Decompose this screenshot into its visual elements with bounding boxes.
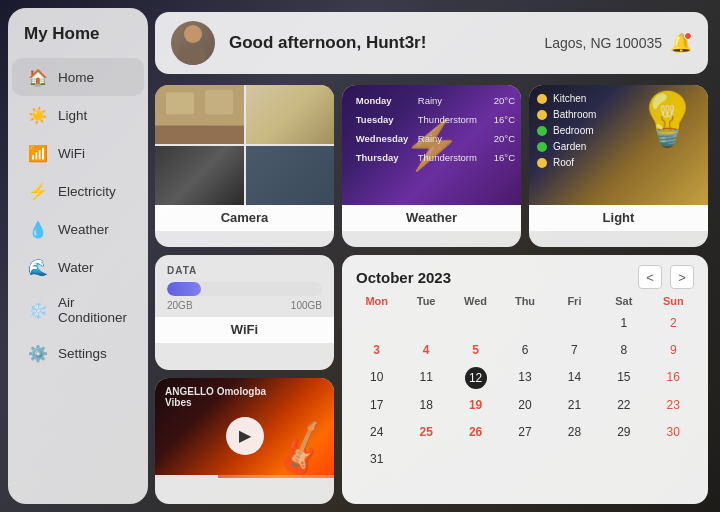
cal-day-26[interactable]: 26 bbox=[451, 420, 500, 445]
cal-day-6[interactable]: 6 bbox=[500, 338, 549, 363]
garden-dot bbox=[537, 142, 547, 152]
cal-empty bbox=[550, 311, 599, 336]
sidebar-label-electricity: Electricity bbox=[58, 184, 116, 199]
cal-day-22[interactable]: 22 bbox=[599, 393, 648, 418]
day-sun: Sun bbox=[649, 295, 698, 307]
light-room-garden[interactable]: Garden bbox=[537, 141, 596, 152]
main-content: Camera ⚡ MondayRainy20°C TuesdayThunders… bbox=[155, 85, 708, 504]
sidebar-item-light[interactable]: ☀️ Light bbox=[12, 96, 144, 134]
notification-bell[interactable]: 🔔 bbox=[670, 32, 692, 54]
data-used: 20GB bbox=[167, 300, 193, 311]
cal-day-13[interactable]: 13 bbox=[500, 365, 549, 391]
sidebar-label-light: Light bbox=[58, 108, 87, 123]
cal-day-8[interactable]: 8 bbox=[599, 338, 648, 363]
cal-day-20[interactable]: 20 bbox=[500, 393, 549, 418]
cal-day-27[interactable]: 27 bbox=[500, 420, 549, 445]
sidebar-item-ac[interactable]: ❄️ Air Conditioner bbox=[12, 286, 144, 334]
location-text: Lagos, NG 100035 🔔 bbox=[544, 32, 692, 54]
kitchen-dot bbox=[537, 94, 547, 104]
sidebar-item-wifi[interactable]: 📶 WiFi bbox=[12, 134, 144, 172]
light-room-bedroom[interactable]: Bedroom bbox=[537, 125, 596, 136]
calendar-title: October 2023 bbox=[356, 269, 451, 286]
guitar-icon: 🎸 bbox=[269, 417, 334, 481]
settings-icon: ⚙️ bbox=[28, 343, 48, 363]
music-track-title: ANGELLO Omologba Vibes bbox=[165, 386, 274, 408]
sidebar-label-water: Water bbox=[58, 260, 94, 275]
sidebar-item-electricity[interactable]: ⚡ Electricity bbox=[12, 172, 144, 210]
data-total: 100GB bbox=[291, 300, 322, 311]
cal-day-17[interactable]: 17 bbox=[352, 393, 401, 418]
cal-day-5[interactable]: 5 bbox=[451, 338, 500, 363]
camera-thumb-2[interactable] bbox=[246, 85, 335, 144]
cal-day-10[interactable]: 10 bbox=[352, 365, 401, 391]
day-mon: Mon bbox=[352, 295, 401, 307]
weather-table: MondayRainy20°C TuesdayThunderstorm16°C … bbox=[356, 91, 515, 167]
play-button[interactable]: ▶ bbox=[226, 417, 264, 455]
camera-grid bbox=[155, 85, 334, 205]
cal-day-3[interactable]: 3 bbox=[352, 338, 401, 363]
sidebar-item-water[interactable]: 🌊 Water bbox=[12, 248, 144, 286]
sidebar-label-weather: Weather bbox=[58, 222, 109, 237]
cal-day-24[interactable]: 24 bbox=[352, 420, 401, 445]
camera-thumb-4[interactable] bbox=[246, 146, 335, 205]
music-bg: ANGELLO Omologba Vibes ▶ 🎸 bbox=[155, 378, 334, 478]
home-icon: 🏠 bbox=[28, 67, 48, 87]
cal-day-25[interactable]: 25 bbox=[401, 420, 450, 445]
camera-label: Camera bbox=[155, 205, 334, 231]
camera-thumb-1[interactable] bbox=[155, 85, 244, 144]
cal-day-14[interactable]: 14 bbox=[550, 365, 599, 391]
cal-day-19[interactable]: 19 bbox=[451, 393, 500, 418]
cal-day-18[interactable]: 18 bbox=[401, 393, 450, 418]
wifi-icon: 📶 bbox=[28, 143, 48, 163]
day-fri: Fri bbox=[550, 295, 599, 307]
cal-empty bbox=[352, 311, 401, 336]
light-room-bathroom[interactable]: Bathroom bbox=[537, 109, 596, 120]
day-thu: Thu bbox=[500, 295, 549, 307]
sidebar-item-settings[interactable]: ⚙️ Settings bbox=[12, 334, 144, 372]
wifi-content: DATA 20GB 100GB bbox=[155, 255, 334, 317]
data-progress-fill bbox=[167, 282, 201, 296]
cal-day-23[interactable]: 23 bbox=[649, 393, 698, 418]
wifi-card: DATA 20GB 100GB WiFi bbox=[155, 255, 334, 369]
sidebar-item-weather[interactable]: 💧 Weather bbox=[12, 210, 144, 248]
calendar-next-btn[interactable]: > bbox=[670, 265, 694, 289]
sidebar-label-home: Home bbox=[58, 70, 94, 85]
cal-day-31[interactable]: 31 bbox=[352, 447, 401, 472]
cal-day-29[interactable]: 29 bbox=[599, 420, 648, 445]
calendar-days-header: Mon Tue Wed Thu Fri Sat Sun bbox=[342, 295, 708, 311]
weather-icon: 💧 bbox=[28, 219, 48, 239]
header: Good afternoon, Hunt3r! Lagos, NG 100035… bbox=[155, 12, 708, 74]
cal-day-16[interactable]: 16 bbox=[649, 365, 698, 391]
light-icon: ☀️ bbox=[28, 105, 48, 125]
water-icon: 🌊 bbox=[28, 257, 48, 277]
cal-day-11[interactable]: 11 bbox=[401, 365, 450, 391]
cal-day-30[interactable]: 30 bbox=[649, 420, 698, 445]
calendar-prev-btn[interactable]: < bbox=[638, 265, 662, 289]
electricity-icon: ⚡ bbox=[28, 181, 48, 201]
weather-bg: ⚡ MondayRainy20°C TuesdayThunderstorm16°… bbox=[342, 85, 521, 205]
cal-empty bbox=[401, 311, 450, 336]
cal-day-28[interactable]: 28 bbox=[550, 420, 599, 445]
cal-day-12[interactable]: 12 bbox=[451, 365, 500, 391]
cal-day-15[interactable]: 15 bbox=[599, 365, 648, 391]
sidebar-label-ac: Air Conditioner bbox=[58, 295, 128, 325]
light-card: Kitchen Bathroom Bedroom Garden Roof bbox=[529, 85, 708, 247]
roof-dot bbox=[537, 158, 547, 168]
light-room-kitchen[interactable]: Kitchen bbox=[537, 93, 596, 104]
cal-empty bbox=[500, 311, 549, 336]
cal-day-2[interactable]: 2 bbox=[649, 311, 698, 336]
avatar bbox=[171, 21, 215, 65]
day-tue: Tue bbox=[401, 295, 450, 307]
bedroom-dot bbox=[537, 126, 547, 136]
cal-day-7[interactable]: 7 bbox=[550, 338, 599, 363]
light-room-roof[interactable]: Roof bbox=[537, 157, 596, 168]
sidebar-item-home[interactable]: 🏠 Home bbox=[12, 58, 144, 96]
camera-thumb-3[interactable] bbox=[155, 146, 244, 205]
cal-day-4[interactable]: 4 bbox=[401, 338, 450, 363]
cal-empty bbox=[451, 311, 500, 336]
calendar-grid: 1 2 3 4 5 6 7 8 9 10 11 12 13 14 15 16 1… bbox=[342, 311, 708, 471]
sidebar: My Home 🏠 Home ☀️ Light 📶 WiFi ⚡ Electri… bbox=[8, 8, 148, 504]
cal-day-9[interactable]: 9 bbox=[649, 338, 698, 363]
cal-day-1[interactable]: 1 bbox=[599, 311, 648, 336]
cal-day-21[interactable]: 21 bbox=[550, 393, 599, 418]
